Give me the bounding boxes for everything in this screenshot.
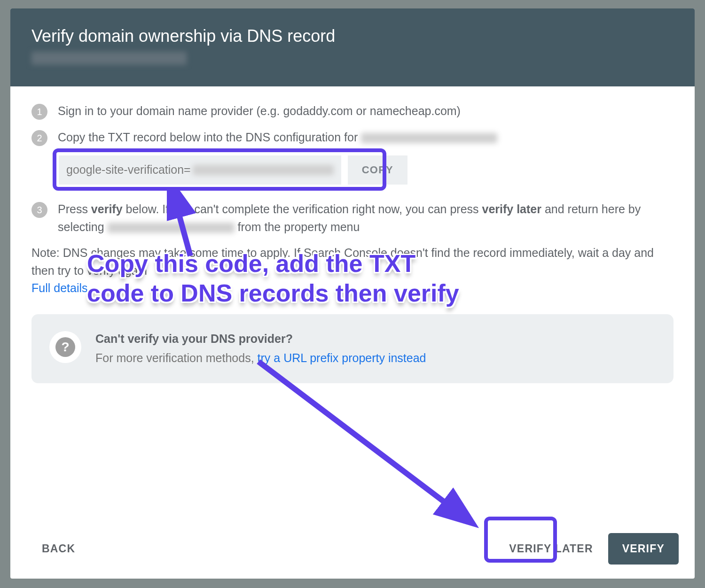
dns-note: Note: DNS changes may take some time to … (31, 244, 674, 297)
txt-record-token-redacted (193, 165, 334, 175)
step-3-t2: below. If you can't complete the verific… (126, 202, 482, 216)
info-sub-pre: For more verification methods, (95, 351, 258, 364)
step-3-b2: verify later (482, 202, 541, 216)
step-2-badge: 2 (31, 130, 47, 146)
copy-button[interactable]: COPY (348, 155, 407, 185)
help-icon-wrap: ? (49, 331, 81, 363)
back-button[interactable]: BACK (31, 534, 86, 564)
dialog-body: 1 Sign in to your domain name provider (… (10, 86, 695, 523)
info-text: Can't verify via your DNS provider? For … (95, 330, 426, 367)
step-3-t4: from the property menu (238, 220, 360, 233)
info-title-post: provider? (235, 332, 293, 345)
txt-record-value[interactable]: google-site-verification= (59, 155, 341, 185)
step-3-t1: Press (58, 202, 91, 216)
verify-domain-dialog: Verify domain ownership via DNS record 1… (10, 8, 695, 579)
step-3: 3 Press verify below. If you can't compl… (31, 201, 674, 236)
step-1-text: Sign in to your domain name provider (e.… (58, 102, 674, 120)
step-1: 1 Sign in to your domain name provider (… (31, 102, 674, 120)
dns-note-text: Note: DNS changes may take some time to … (31, 246, 654, 277)
info-sub: For more verification methods, try a URL… (95, 349, 426, 367)
dialog-title: Verify domain ownership via DNS record (31, 26, 674, 46)
help-icon: ? (55, 337, 75, 357)
domain-redacted-inline-2 (108, 223, 235, 233)
step-1-badge: 1 (31, 104, 47, 120)
info-title-pre: Can't verify via (95, 332, 182, 345)
step-3-badge: 3 (31, 202, 47, 218)
verify-button[interactable]: VERIFY (608, 533, 679, 565)
step-2: 2 Copy the TXT record below into the DNS… (31, 129, 674, 193)
verify-later-button[interactable]: VERIFY LATER (499, 534, 603, 564)
domain-redacted-inline (361, 133, 497, 143)
step-3-b1: verify (91, 202, 123, 216)
info-title: Can't verify via your DNS provider? (95, 330, 426, 348)
info-title-mid: your DNS (182, 332, 235, 345)
dialog-header: Verify domain ownership via DNS record (10, 8, 695, 86)
info-card: ? Can't verify via your DNS provider? Fo… (31, 314, 674, 383)
step-3-text: Press verify below. If you can't complet… (58, 201, 674, 236)
full-details-link[interactable]: Full details (31, 281, 88, 294)
step-2-text: Copy the TXT record below into the DNS c… (58, 131, 361, 144)
txt-record-prefix: google-site-verification= (66, 161, 191, 179)
txt-record-row: google-site-verification= COPY (53, 151, 674, 189)
url-prefix-link[interactable]: try a URL prefix property instead (258, 351, 426, 364)
dialog-footer: BACK VERIFY LATER VERIFY (10, 523, 695, 579)
domain-name-redacted (31, 52, 187, 65)
step-2-content: Copy the TXT record below into the DNS c… (58, 129, 674, 193)
